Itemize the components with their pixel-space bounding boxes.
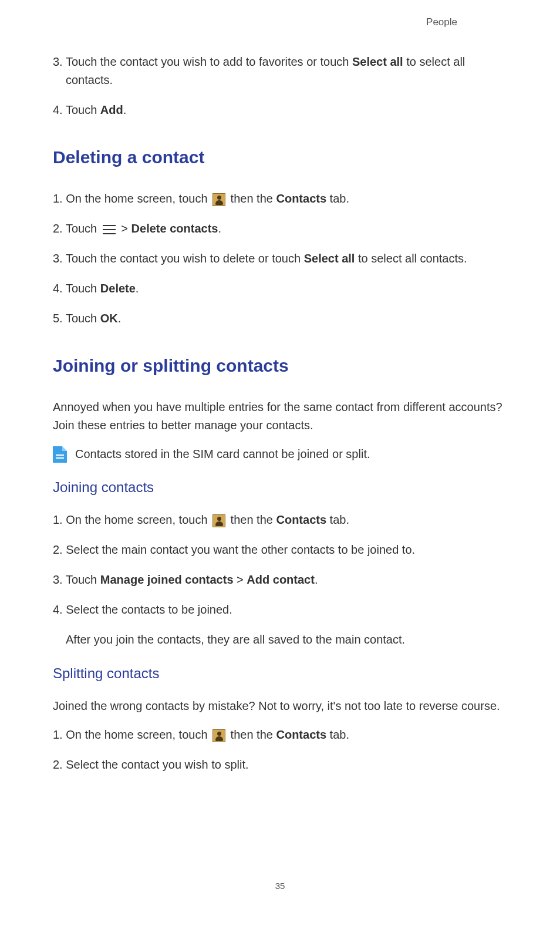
step-text: > xyxy=(118,222,131,235)
bold-text: Delete contacts xyxy=(131,222,218,235)
step-number: 3. xyxy=(53,55,63,68)
step-number: 1. xyxy=(53,728,66,741)
step-text: On the home screen, touch xyxy=(66,192,211,205)
step-text: . xyxy=(315,573,318,586)
contacts-app-icon xyxy=(212,514,225,527)
step-number: 4. xyxy=(53,603,66,616)
step-text: . xyxy=(118,312,122,325)
joining-step-4: 4. Select the contacts to be joined. xyxy=(53,601,507,619)
contacts-app-icon xyxy=(212,729,225,742)
note-icon xyxy=(53,446,67,463)
step-text: Touch xyxy=(66,312,100,325)
join-intro-paragraph: Annoyed when you have multiple entries f… xyxy=(53,398,507,435)
bold-text: Add xyxy=(100,103,123,116)
subheading-splitting-contacts: Splitting contacts xyxy=(53,665,507,682)
delete-step-3: 3. Touch the contact you wish to delete … xyxy=(53,250,507,268)
page-number: 35 xyxy=(0,881,560,891)
delete-step-5: 5. Touch OK. xyxy=(53,309,507,328)
step-text: to select all contacts. xyxy=(355,252,467,265)
step-text: Touch xyxy=(66,103,100,116)
step-text: Touch the contact you wish to delete or … xyxy=(66,252,304,265)
note-text: Contacts stored in the SIM card cannot b… xyxy=(75,445,370,463)
step-number: 4. xyxy=(53,282,66,295)
step-text: On the home screen, touch xyxy=(66,513,211,526)
step-text: > xyxy=(234,573,247,586)
delete-step-1: 1. On the home screen, touch then the Co… xyxy=(53,190,507,208)
bold-text: Select all xyxy=(304,252,355,265)
menu-icon xyxy=(103,225,116,234)
step-number: 2. xyxy=(53,222,66,235)
step-text: tab. xyxy=(326,728,349,741)
joining-step-4-note: After you join the contacts, they are al… xyxy=(53,631,507,649)
splitting-step-1: 1. On the home screen, touch then the Co… xyxy=(53,726,507,744)
note-row: Contacts stored in the SIM card cannot b… xyxy=(53,445,507,463)
bold-text: Add contact xyxy=(247,573,315,586)
step-number: 4. xyxy=(53,103,63,116)
page-content: 3. Touch the contact you wish to add to … xyxy=(53,53,507,774)
delete-step-2: 2. Touch > Delete contacts. xyxy=(53,220,507,238)
step-number: 1. xyxy=(53,513,66,526)
step-text: Touch xyxy=(66,573,100,586)
step-number: 5. xyxy=(53,312,66,325)
step-text: tab. xyxy=(326,192,349,205)
step-text: tab. xyxy=(326,513,349,526)
bold-text: Select all xyxy=(352,55,403,68)
step-text: Select the contacts to be joined. xyxy=(66,603,232,616)
bold-text: Contacts xyxy=(276,192,326,205)
step-number: 3. xyxy=(53,252,66,265)
heading-joining-splitting: Joining or splitting contacts xyxy=(53,356,507,376)
subheading-joining-contacts: Joining contacts xyxy=(53,479,507,496)
bold-text: Contacts xyxy=(276,728,326,741)
bold-text: Contacts xyxy=(276,513,326,526)
step-text: Touch the contact you wish to add to fav… xyxy=(66,55,352,68)
step-text: then the xyxy=(227,192,276,205)
step-number: 2. xyxy=(53,758,66,771)
contacts-app-icon xyxy=(212,193,225,206)
step-text: . xyxy=(136,282,139,295)
step-number: 2. xyxy=(53,543,66,556)
bold-text: Manage joined contacts xyxy=(100,573,234,586)
step-number: 3. xyxy=(53,573,66,586)
step-text: . xyxy=(123,103,127,116)
joining-step-2: 2. Select the main contact you want the … xyxy=(53,541,507,559)
delete-step-4: 4. Touch Delete. xyxy=(53,280,507,298)
bold-text: Delete xyxy=(100,282,136,295)
header-section-label: People xyxy=(426,16,457,28)
splitting-step-2: 2. Select the contact you wish to split. xyxy=(53,756,507,774)
joining-step-3: 3. Touch Manage joined contacts > Add co… xyxy=(53,571,507,589)
splitting-intro-paragraph: Joined the wrong contacts by mistake? No… xyxy=(53,697,507,715)
step-text: then the xyxy=(227,513,276,526)
step-text: Select the main contact you want the oth… xyxy=(66,543,415,556)
heading-deleting-contact: Deleting a contact xyxy=(53,147,507,167)
step-text: . xyxy=(218,222,221,235)
bold-text: OK xyxy=(100,312,118,325)
step-number: 1. xyxy=(53,192,66,205)
joining-step-1: 1. On the home screen, touch then the Co… xyxy=(53,511,507,529)
intro-step-4: 4. Touch Add. xyxy=(53,101,507,119)
step-text: then the xyxy=(227,728,276,741)
step-text: Touch xyxy=(66,222,100,235)
step-text: On the home screen, touch xyxy=(66,728,211,741)
intro-step-3: 3. Touch the contact you wish to add to … xyxy=(53,53,507,89)
step-text: Select the contact you wish to split. xyxy=(66,758,248,771)
step-text: Touch xyxy=(66,282,100,295)
